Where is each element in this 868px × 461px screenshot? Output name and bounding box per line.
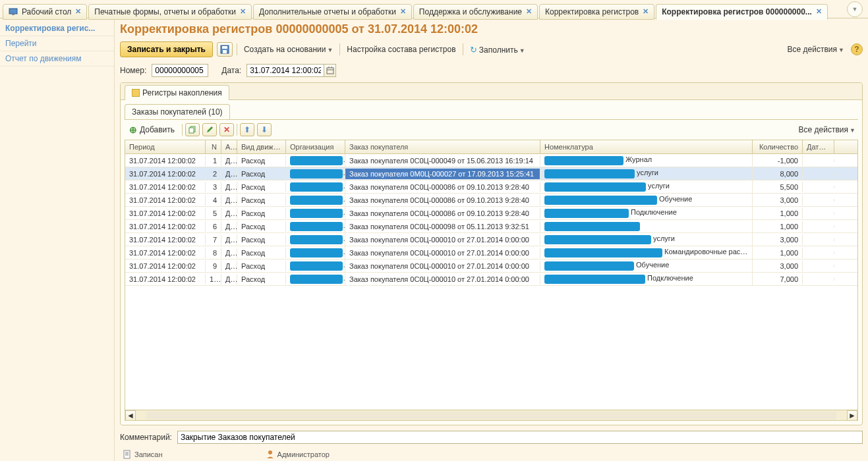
diskette-icon <box>220 45 229 54</box>
cell-date-from <box>803 212 834 215</box>
fill-dropdown[interactable]: ↻ Заполнить▼ <box>467 43 528 56</box>
top-tab-5[interactable]: Корректировка регистров 000000000...✕ <box>656 4 828 20</box>
edit-button[interactable] <box>202 123 217 136</box>
number-input[interactable] <box>152 64 208 77</box>
calendar-icon <box>326 67 334 74</box>
table-row[interactable]: 31.07.2014 12:00:023Д..РасходЗаказ покуп… <box>125 180 857 194</box>
cell-date-from <box>803 173 834 175</box>
table-row[interactable]: 31.07.2014 12:00:022Д..РасходЗаказ покуп… <box>125 167 857 180</box>
separator <box>339 43 340 55</box>
cell-order: Заказ покупателя 0С0Ц-000086 от 09.10.20… <box>345 195 540 205</box>
cell-movement: Расход <box>237 182 286 192</box>
help-icon[interactable]: ? <box>851 43 863 55</box>
scroll-right-arrow[interactable]: ► <box>847 410 857 421</box>
col-nomenclature[interactable]: Номенклатура <box>540 140 753 153</box>
cell-period: 31.07.2014 12:00:02 <box>125 221 206 232</box>
move-down-button[interactable]: ⬇ <box>257 123 272 136</box>
cell-movement: Расход <box>237 234 286 245</box>
col-movement[interactable]: Вид движен... <box>237 140 286 153</box>
close-icon[interactable]: ✕ <box>240 7 246 16</box>
col-date-from[interactable]: Дата от <box>803 140 834 153</box>
tab-label: Регистры накопления <box>142 88 222 97</box>
save-close-button[interactable]: Записать и закрыть <box>120 41 213 57</box>
top-tab-4[interactable]: Корректировка регистров✕ <box>539 4 654 20</box>
scroll-left-arrow[interactable]: ◄ <box>125 410 136 421</box>
horizontal-scrollbar[interactable]: ◄ ► <box>125 410 857 420</box>
cell-movement: Расход <box>237 208 286 219</box>
tab-label: Рабочий стол <box>22 7 71 16</box>
content-area: Корректировка регистров 00000000005 от 3… <box>115 18 868 461</box>
top-tab-0[interactable]: Рабочий стол✕ <box>3 4 87 20</box>
cell-n: 3 <box>206 182 221 192</box>
sidebar: Корректировка регис...ПерейтиОтчет по дв… <box>0 18 115 461</box>
comment-input[interactable] <box>177 431 863 444</box>
cell-a: Д.. <box>221 221 237 232</box>
col-order[interactable]: Заказ покупателя <box>345 140 540 153</box>
tab-customer-orders[interactable]: Заказы покупателей (10) <box>125 104 230 119</box>
close-icon[interactable]: ✕ <box>400 7 406 16</box>
col-a[interactable]: А.. <box>221 140 237 153</box>
main-layout: Корректировка регис...ПерейтиОтчет по дв… <box>0 18 868 461</box>
close-icon[interactable]: ✕ <box>643 7 649 16</box>
move-up-button[interactable]: ⬆ <box>240 123 254 136</box>
register-settings-link[interactable]: Настройка состава регистров <box>344 43 458 55</box>
top-tab-1[interactable]: Печатные формы, отчеты и обработки✕ <box>88 4 252 20</box>
delete-button[interactable]: ✕ <box>219 123 234 136</box>
cell-n: 4 <box>206 195 221 205</box>
cell-order: Заказ покупателя 0С0Ц-000010 от 27.01.20… <box>345 248 540 258</box>
calendar-button[interactable] <box>324 64 336 77</box>
sidebar-item-2[interactable]: Отчет по движениям <box>0 51 114 67</box>
cell-a: Д.. <box>221 248 237 258</box>
cell-a: Д.. <box>221 234 237 245</box>
copy-button[interactable] <box>185 123 200 136</box>
cell-nomenclature: Журнал <box>540 154 753 166</box>
cell-date-from <box>803 186 834 188</box>
table-header: Период N А.. Вид движен... Организация З… <box>125 140 857 154</box>
cell-a: Д.. <box>221 169 237 179</box>
table-row[interactable]: 31.07.2014 12:00:021Д..РасходЗаказ покуп… <box>125 154 857 167</box>
cell-org <box>286 220 345 232</box>
table-row[interactable]: 31.07.2014 12:00:025Д..РасходЗаказ покуп… <box>125 207 857 220</box>
col-period[interactable]: Период <box>125 140 206 153</box>
cell-movement: Расход <box>237 221 286 232</box>
close-icon[interactable]: ✕ <box>816 7 822 16</box>
table-row[interactable]: 31.07.2014 12:00:029Д..РасходЗаказ покуп… <box>125 259 857 273</box>
table-row[interactable]: 31.07.2014 12:00:024Д..РасходЗаказ покуп… <box>125 194 857 207</box>
sidebar-item-1[interactable]: Перейти <box>0 36 114 51</box>
table-row[interactable]: 31.07.2014 12:00:027Д..РасходЗаказ покуп… <box>125 233 857 246</box>
cell-movement: Расход <box>237 248 286 258</box>
col-organization[interactable]: Организация <box>286 140 345 153</box>
svg-rect-5 <box>327 68 333 74</box>
table-row[interactable]: 31.07.2014 12:00:026Д..РасходЗаказ покуп… <box>125 220 857 233</box>
separator <box>237 124 237 136</box>
add-row-button[interactable]: ⊕ Добавить <box>125 122 179 137</box>
cell-n: 8 <box>206 248 221 258</box>
cell-period: 31.07.2014 12:00:02 <box>125 182 206 192</box>
outer-tabset: Регистры накопления Заказы покупателей (… <box>120 82 863 425</box>
top-tab-2[interactable]: Дополнительные отчеты и обработки✕ <box>253 4 412 20</box>
table-row[interactable]: 31.07.2014 12:00:028Д..РасходЗаказ покуп… <box>125 246 857 259</box>
close-icon[interactable]: ✕ <box>526 7 532 16</box>
table-row[interactable]: 31.07.2014 12:00:0210Д..РасходЗаказ поку… <box>125 273 857 286</box>
cell-date-from <box>803 199 834 202</box>
top-tab-3[interactable]: Поддержка и обслуживание✕ <box>413 4 538 20</box>
cell-n: 6 <box>206 221 221 232</box>
save-button[interactable] <box>217 42 233 57</box>
date-input[interactable] <box>246 64 324 77</box>
col-quantity[interactable]: Количество <box>753 140 803 153</box>
cell-order: Заказ покупателя 0С0Ц-000086 от 09.10.20… <box>345 208 540 219</box>
cell-date-from <box>803 159 834 162</box>
col-n[interactable]: N <box>206 140 221 153</box>
cell-nomenclature: Обучение <box>540 259 753 271</box>
sidebar-item-0[interactable]: Корректировка регис... <box>0 21 114 36</box>
create-based-dropdown[interactable]: Создать на основании▼ <box>241 43 335 55</box>
all-actions-dropdown[interactable]: Все действия▼ <box>785 43 847 55</box>
tabs-scroll-button[interactable]: ▼ <box>847 1 863 17</box>
tab-registers[interactable]: Регистры накопления <box>125 85 229 100</box>
cell-org <box>286 180 345 192</box>
table-all-actions-dropdown[interactable]: Все действия▼ <box>796 124 858 136</box>
cell-movement: Расход <box>237 261 286 271</box>
cell-org <box>286 167 345 179</box>
close-icon[interactable]: ✕ <box>75 7 81 16</box>
comment-label: Комментарий: <box>120 433 172 442</box>
